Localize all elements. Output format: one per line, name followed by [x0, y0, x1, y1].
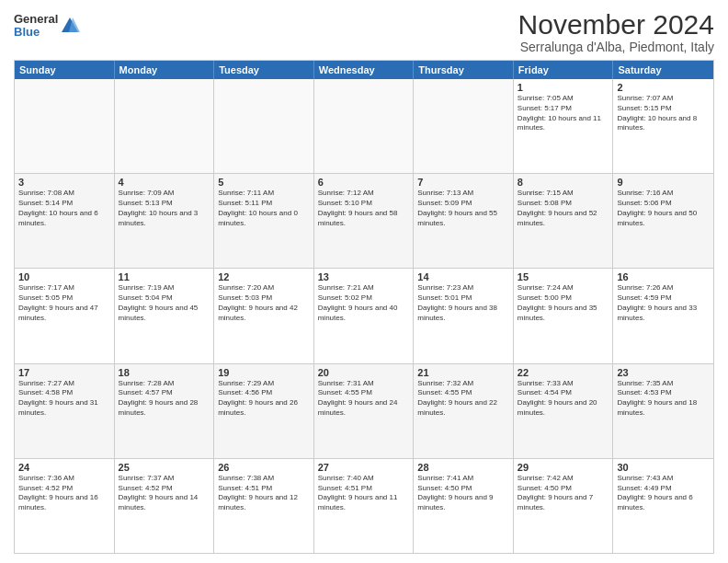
day-number: 25 [119, 462, 210, 473]
cell-info: Sunrise: 7:27 AM Sunset: 4:58 PM Dayligh… [18, 379, 110, 419]
calendar-cell: 21Sunrise: 7:32 AM Sunset: 4:55 PM Dayli… [414, 364, 514, 458]
calendar-cell: 8Sunrise: 7:15 AM Sunset: 5:08 PM Daylig… [514, 174, 614, 268]
day-number: 2 [617, 82, 710, 93]
weekday-header: Tuesday [214, 61, 314, 79]
title-block: November 2024 Serralunga d'Alba, Piedmon… [518, 9, 714, 54]
day-number: 11 [119, 271, 210, 282]
cell-info: Sunrise: 7:11 AM Sunset: 5:11 PM Dayligh… [218, 189, 310, 228]
cell-info: Sunrise: 7:38 AM Sunset: 4:51 PM Dayligh… [218, 474, 310, 513]
header: General Blue November 2024 Serralunga d'… [14, 9, 714, 54]
day-number: 16 [617, 271, 710, 282]
logo-blue: Blue [14, 26, 58, 39]
cell-info: Sunrise: 7:26 AM Sunset: 4:59 PM Dayligh… [617, 283, 710, 323]
cell-info: Sunrise: 7:40 AM Sunset: 4:51 PM Dayligh… [318, 474, 410, 513]
cell-info: Sunrise: 7:31 AM Sunset: 4:55 PM Dayligh… [318, 379, 410, 419]
calendar-row: 24Sunrise: 7:36 AM Sunset: 4:52 PM Dayli… [15, 458, 713, 553]
day-number: 1 [518, 82, 609, 93]
day-number: 10 [18, 271, 110, 282]
calendar-cell [115, 79, 215, 173]
day-number: 18 [119, 367, 210, 378]
day-number: 5 [218, 177, 310, 188]
calendar-cell: 14Sunrise: 7:23 AM Sunset: 5:01 PM Dayli… [414, 269, 514, 362]
weekday-header: Thursday [414, 61, 514, 79]
cell-info: Sunrise: 7:32 AM Sunset: 4:55 PM Dayligh… [417, 379, 509, 419]
page: General Blue November 2024 Serralunga d'… [0, 0, 728, 563]
calendar-row: 17Sunrise: 7:27 AM Sunset: 4:58 PM Dayli… [15, 363, 713, 458]
day-number: 13 [318, 271, 410, 282]
day-number: 21 [417, 367, 509, 378]
cell-info: Sunrise: 7:08 AM Sunset: 5:14 PM Dayligh… [18, 189, 110, 228]
calendar-cell [214, 79, 314, 173]
calendar-cell: 7Sunrise: 7:13 AM Sunset: 5:09 PM Daylig… [414, 174, 514, 268]
day-number: 15 [518, 271, 609, 282]
cell-info: Sunrise: 7:23 AM Sunset: 5:01 PM Dayligh… [417, 283, 509, 323]
cell-info: Sunrise: 7:33 AM Sunset: 4:54 PM Dayligh… [518, 379, 609, 419]
cell-info: Sunrise: 7:37 AM Sunset: 4:52 PM Dayligh… [119, 474, 210, 513]
cell-info: Sunrise: 7:21 AM Sunset: 5:02 PM Dayligh… [318, 283, 410, 323]
calendar-cell: 6Sunrise: 7:12 AM Sunset: 5:10 PM Daylig… [314, 174, 415, 268]
cell-info: Sunrise: 7:29 AM Sunset: 4:56 PM Dayligh… [218, 379, 310, 419]
cell-info: Sunrise: 7:24 AM Sunset: 5:00 PM Dayligh… [518, 283, 609, 323]
cell-info: Sunrise: 7:43 AM Sunset: 4:49 PM Dayligh… [617, 474, 710, 513]
calendar-cell: 18Sunrise: 7:28 AM Sunset: 4:57 PM Dayli… [115, 364, 215, 458]
cell-info: Sunrise: 7:35 AM Sunset: 4:53 PM Dayligh… [617, 379, 710, 419]
cell-info: Sunrise: 7:07 AM Sunset: 5:15 PM Dayligh… [617, 94, 710, 133]
cell-info: Sunrise: 7:41 AM Sunset: 4:50 PM Dayligh… [417, 474, 509, 513]
day-number: 26 [218, 462, 310, 473]
calendar-row: 10Sunrise: 7:17 AM Sunset: 5:05 PM Dayli… [15, 268, 713, 362]
cell-info: Sunrise: 7:16 AM Sunset: 5:06 PM Dayligh… [617, 189, 710, 228]
day-number: 27 [318, 462, 410, 473]
weekday-header: Sunday [15, 61, 115, 79]
logo: General Blue [14, 13, 80, 40]
calendar-cell: 24Sunrise: 7:36 AM Sunset: 4:52 PM Dayli… [15, 459, 115, 553]
day-number: 6 [318, 177, 410, 188]
location-subtitle: Serralunga d'Alba, Piedmont, Italy [518, 40, 714, 54]
calendar: SundayMondayTuesdayWednesdayThursdayFrid… [14, 60, 714, 554]
cell-info: Sunrise: 7:28 AM Sunset: 4:57 PM Dayligh… [119, 379, 210, 419]
cell-info: Sunrise: 7:12 AM Sunset: 5:10 PM Dayligh… [318, 189, 410, 228]
day-number: 14 [417, 271, 509, 282]
calendar-body: 1Sunrise: 7:05 AM Sunset: 5:17 PM Daylig… [15, 79, 713, 553]
calendar-cell: 5Sunrise: 7:11 AM Sunset: 5:11 PM Daylig… [214, 174, 314, 268]
day-number: 24 [18, 462, 110, 473]
month-title: November 2024 [518, 9, 714, 40]
calendar-cell: 13Sunrise: 7:21 AM Sunset: 5:02 PM Dayli… [314, 269, 415, 362]
calendar-cell: 23Sunrise: 7:35 AM Sunset: 4:53 PM Dayli… [613, 364, 713, 458]
day-number: 7 [417, 177, 509, 188]
calendar-cell [314, 79, 415, 173]
calendar-cell: 28Sunrise: 7:41 AM Sunset: 4:50 PM Dayli… [414, 459, 514, 553]
calendar-cell: 20Sunrise: 7:31 AM Sunset: 4:55 PM Dayli… [314, 364, 415, 458]
day-number: 17 [18, 367, 110, 378]
calendar-cell: 11Sunrise: 7:19 AM Sunset: 5:04 PM Dayli… [115, 269, 215, 362]
day-number: 4 [119, 177, 210, 188]
day-number: 28 [417, 462, 509, 473]
calendar-cell: 12Sunrise: 7:20 AM Sunset: 5:03 PM Dayli… [214, 269, 314, 362]
cell-info: Sunrise: 7:09 AM Sunset: 5:13 PM Dayligh… [119, 189, 210, 228]
day-number: 8 [518, 177, 609, 188]
cell-info: Sunrise: 7:42 AM Sunset: 4:50 PM Dayligh… [518, 474, 609, 513]
calendar-cell: 9Sunrise: 7:16 AM Sunset: 5:06 PM Daylig… [613, 174, 713, 268]
day-number: 23 [617, 367, 710, 378]
calendar-cell: 30Sunrise: 7:43 AM Sunset: 4:49 PM Dayli… [613, 459, 713, 553]
weekday-header: Friday [514, 61, 614, 79]
calendar-cell: 25Sunrise: 7:37 AM Sunset: 4:52 PM Dayli… [115, 459, 215, 553]
calendar-row: 3Sunrise: 7:08 AM Sunset: 5:14 PM Daylig… [15, 173, 713, 268]
logo-general: General [14, 13, 58, 26]
cell-info: Sunrise: 7:13 AM Sunset: 5:09 PM Dayligh… [417, 189, 509, 228]
calendar-cell: 1Sunrise: 7:05 AM Sunset: 5:17 PM Daylig… [514, 79, 614, 173]
day-number: 19 [218, 367, 310, 378]
calendar-cell: 26Sunrise: 7:38 AM Sunset: 4:51 PM Dayli… [214, 459, 314, 553]
day-number: 29 [518, 462, 609, 473]
calendar-cell: 27Sunrise: 7:40 AM Sunset: 4:51 PM Dayli… [314, 459, 415, 553]
weekday-header: Saturday [613, 61, 713, 79]
calendar-cell: 10Sunrise: 7:17 AM Sunset: 5:05 PM Dayli… [15, 269, 115, 362]
calendar-cell: 29Sunrise: 7:42 AM Sunset: 4:50 PM Dayli… [514, 459, 614, 553]
calendar-cell [15, 79, 115, 173]
calendar-row: 1Sunrise: 7:05 AM Sunset: 5:17 PM Daylig… [15, 79, 713, 173]
calendar-cell: 17Sunrise: 7:27 AM Sunset: 4:58 PM Dayli… [15, 364, 115, 458]
calendar-cell: 22Sunrise: 7:33 AM Sunset: 4:54 PM Dayli… [514, 364, 614, 458]
day-number: 3 [18, 177, 110, 188]
cell-info: Sunrise: 7:19 AM Sunset: 5:04 PM Dayligh… [119, 283, 210, 323]
cell-info: Sunrise: 7:17 AM Sunset: 5:05 PM Dayligh… [18, 283, 110, 323]
cell-info: Sunrise: 7:36 AM Sunset: 4:52 PM Dayligh… [18, 474, 110, 513]
